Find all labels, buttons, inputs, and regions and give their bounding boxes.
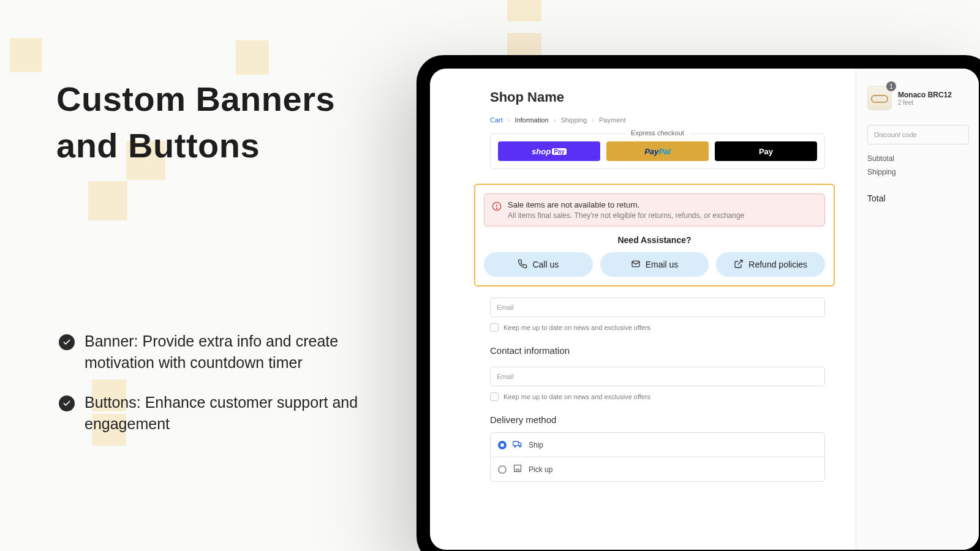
product-variant: 2 feet [898,99,952,106]
assist-heading: Need Assistance? [484,235,825,245]
alert-icon [492,201,502,220]
feature-item: Buttons: Enhance customer support and en… [59,392,377,435]
radio-selected-icon[interactable] [498,441,507,449]
product-name: Monaco BRC12 [898,91,952,99]
delivery-pickup-option[interactable]: Pick up [491,457,824,481]
email-field[interactable]: Email [490,298,825,317]
feature-text: Banner: Provide extra info and create mo… [85,331,377,373]
mail-icon [631,259,641,271]
ship-label: Ship [529,441,543,449]
crumb-information[interactable]: Information [515,116,549,124]
news-checkbox-row[interactable]: Keep me up to date on news and exclusive… [490,323,825,332]
subtotal-label: Subtotal [867,154,894,163]
hero-title: Custom Banners and Buttons [56,76,387,169]
total-label: Total [867,193,886,203]
checkbox-icon[interactable] [490,323,499,332]
phone-icon [518,259,527,271]
call-us-label: Call us [532,260,559,269]
quantity-badge: 1 [886,81,896,91]
hero-title-line2: and Buttons [56,126,260,165]
feature-text: Buttons: Enhance customer support and en… [85,392,377,435]
custom-widgets-highlight: Sale items are not available to return. … [474,184,835,287]
apple-pay-button[interactable]: Pay [715,141,817,161]
svg-rect-5 [513,441,519,446]
contact-email-field[interactable]: Email [490,367,825,386]
news-checkbox-label: Keep me up to date on news and exclusive… [503,393,650,400]
crumb-payment: Payment [599,116,625,124]
svg-point-7 [519,446,521,448]
paypal-button[interactable]: PayPal [606,141,709,161]
store-icon [513,463,522,475]
banner-title: Sale items are not available to return. [508,200,744,209]
product-thumbnail: 1 [867,86,892,110]
check-icon [59,395,75,411]
call-us-button[interactable]: Call us [484,252,593,277]
news-checkbox-row-2[interactable]: Keep me up to date on news and exclusive… [490,392,825,401]
pickup-label: Pick up [529,465,552,474]
radio-icon[interactable] [498,465,507,474]
delivery-section-heading: Delivery method [490,414,825,425]
express-label: Express checkout [625,129,690,137]
shop-pay-button[interactable]: shopPay [498,141,600,161]
delivery-ship-option[interactable]: Ship [491,433,824,457]
breadcrumb: Cart › Information › Shipping › Payment [490,116,825,124]
refund-policies-label: Refund policies [748,260,807,269]
svg-point-6 [514,446,516,448]
check-icon [59,334,75,350]
discount-code-field[interactable]: Discount code [867,125,969,144]
hero-title-line1: Custom Banners [56,80,335,118]
truck-icon [513,439,522,451]
svg-line-4 [738,260,742,264]
shop-name: Shop Name [490,89,825,105]
cart-product: 1 Monaco BRC12 2 feet [867,86,969,110]
email-us-label: Email us [646,260,679,269]
external-link-icon [734,259,744,271]
contact-section-heading: Contact information [490,345,825,356]
shipping-label: Shipping [867,168,896,176]
refund-policies-button[interactable]: Refund policies [716,252,825,277]
crumb-cart[interactable]: Cart [490,116,503,124]
crumb-shipping: Shipping [560,116,587,124]
express-checkout: Express checkout shopPay PayPal Pay [490,133,825,169]
checkbox-icon[interactable] [490,392,499,401]
warning-banner: Sale items are not available to return. … [484,193,825,227]
email-us-button[interactable]: Email us [600,252,709,277]
banner-description: All items final sales. They're not eligi… [508,211,744,220]
news-checkbox-label: Keep me up to date on news and exclusive… [503,324,650,331]
svg-point-2 [496,208,497,209]
feature-item: Banner: Provide extra info and create mo… [59,331,377,373]
